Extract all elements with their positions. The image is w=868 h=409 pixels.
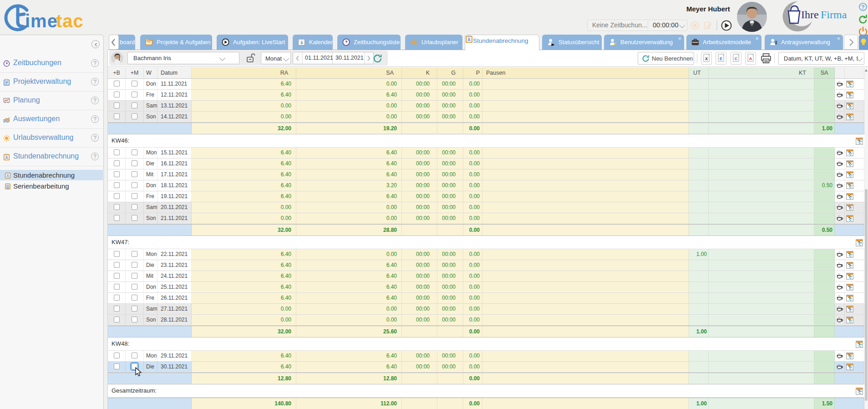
svg-text:Ihre: Ihre [801, 9, 819, 20]
svg-text:tac: tac [56, 11, 84, 31]
svg-text:ime: ime [25, 11, 58, 31]
svg-text:?: ? [861, 4, 864, 10]
svg-text:3: 3 [300, 41, 303, 45]
svg-text:E: E [720, 56, 722, 61]
svg-text:Firma: Firma [821, 9, 847, 20]
svg-text:X: X [705, 56, 708, 61]
svg-text:A: A [749, 56, 752, 61]
svg-text:C: C [735, 56, 738, 61]
